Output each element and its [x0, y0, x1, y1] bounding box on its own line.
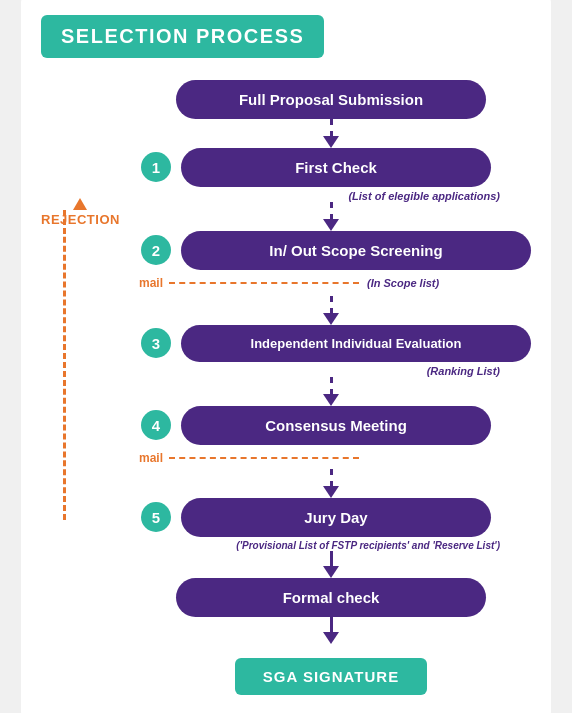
connector-6	[323, 617, 339, 644]
solid-line-5	[330, 551, 333, 567]
step-first-check-pill: First Check	[181, 148, 491, 187]
step-num-1: 1	[141, 152, 171, 182]
mail-dots-4	[169, 457, 359, 459]
main-card: SELECTION PROCESS REJECTION Full Proposa…	[21, 0, 551, 713]
dot-line-1	[330, 202, 333, 220]
step-first-check-row: 1 First Check	[131, 148, 531, 187]
sga-pill: SGA SIGNATURE	[235, 658, 427, 695]
connector-0	[323, 119, 339, 148]
step-consensus-pill: Consensus Meeting	[181, 406, 491, 445]
step-full-proposal-pill: Full Proposal Submission	[176, 80, 486, 119]
dot-line-3	[330, 377, 333, 395]
step-jury-row: 5 Jury Day	[131, 498, 531, 537]
dot-line-4	[330, 469, 333, 487]
arrow-tri-2	[323, 313, 339, 325]
section-title: SELECTION PROCESS	[41, 15, 324, 58]
mail-row-2: mail (In Scope list)	[131, 276, 531, 290]
step-consensus-row: 4 Consensus Meeting	[131, 406, 531, 445]
rejection-arrow-up	[73, 198, 87, 210]
note-1: (List of elegible applications)	[156, 190, 506, 202]
dot-line-0	[330, 119, 333, 137]
connector-5	[323, 551, 339, 578]
dot-line-2	[330, 296, 333, 314]
rejection-label: REJECTION	[41, 198, 120, 227]
step-jury-pill: Jury Day	[181, 498, 491, 537]
mail-dots-2	[169, 282, 359, 284]
step-formal-check-row: Formal check	[131, 578, 531, 617]
note-3: (Ranking List)	[156, 365, 506, 377]
step-num-3: 3	[141, 328, 171, 358]
connector-2	[323, 296, 339, 325]
solid-line-6	[330, 617, 333, 633]
flow-area: REJECTION Full Proposal Submission 1 F	[41, 80, 531, 695]
mail-row-4: mail	[131, 451, 531, 465]
step-num-4: 4	[141, 410, 171, 440]
rejection-line	[63, 210, 66, 520]
steps-col: Full Proposal Submission 1 First Check (…	[131, 80, 531, 695]
note-5: ('Provisional List of FSTP recipients' a…	[156, 540, 506, 551]
step-eval-pill: Independent Individual Evaluation	[181, 325, 531, 362]
mail-label-2: mail	[139, 276, 163, 290]
arrow-tri-1	[323, 219, 339, 231]
connector-1	[323, 202, 339, 231]
rejection-col: REJECTION	[41, 80, 131, 695]
solid-arrow-5	[323, 566, 339, 578]
step-scope-pill: In/ Out Scope Screening	[181, 231, 531, 270]
solid-arrow-6	[323, 632, 339, 644]
arrow-tri-0	[323, 136, 339, 148]
step-num-5: 5	[141, 502, 171, 532]
sga-row: SGA SIGNATURE	[131, 644, 531, 695]
connector-4	[323, 469, 339, 498]
step-scope-row: 2 In/ Out Scope Screening	[131, 231, 531, 270]
step-formal-check-pill: Formal check	[176, 578, 486, 617]
arrow-tri-3	[323, 394, 339, 406]
note-2: (In Scope list)	[367, 277, 439, 289]
connector-3	[323, 377, 339, 406]
step-num-2: 2	[141, 235, 171, 265]
arrow-tri-4	[323, 486, 339, 498]
step-full-proposal-row: Full Proposal Submission	[131, 80, 531, 119]
mail-label-4: mail	[139, 451, 163, 465]
step-eval-row: 3 Independent Individual Evaluation	[131, 325, 531, 362]
